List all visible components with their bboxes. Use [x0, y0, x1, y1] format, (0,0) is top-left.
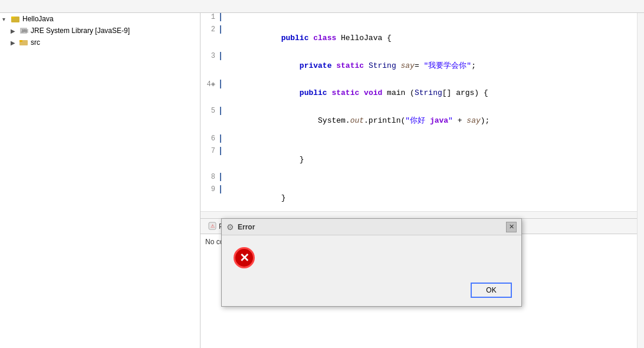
ok-button-label: OK [486, 286, 496, 294]
problems-icon: ⚠ [208, 222, 216, 231]
jre-icon: JRE [19, 26, 28, 35]
project-label: HelloJava [22, 15, 54, 23]
code-line-3: 3 private static String say= "我要学会你"; [201, 51, 637, 80]
dialog-title-left: ⚙ Error [226, 222, 255, 232]
line-content-4: public static void main (String[] args) … [226, 80, 637, 106]
dialog-close-icon: ✕ [509, 223, 514, 231]
ok-button[interactable]: OK [471, 283, 512, 298]
v-scrollbar[interactable] [637, 13, 644, 348]
code-line-5: 5 System.out.println("你好 java" + say); [201, 106, 637, 134]
line-num-2: 2 [201, 25, 221, 34]
sidebar: ▾ HelloJava ▶ JRE JRE System Library [Ja… [0, 13, 201, 348]
src-arrow-icon: ▶ [11, 40, 18, 46]
line-num-6: 6 [201, 134, 221, 143]
svg-text:⚠: ⚠ [211, 224, 215, 229]
dialog-title-bar: ⚙ Error ✕ [222, 219, 521, 235]
code-line-8: 8 [201, 173, 637, 185]
dialog-body: ✕ [222, 235, 521, 278]
code-lines: 1 2 public class HelloJava { 3 private s… [201, 13, 637, 211]
dialog-title-text: Error [238, 223, 255, 231]
code-line-6: 6 [201, 134, 637, 146]
code-line-9: 9 } [201, 185, 637, 211]
line-content-2: public class HelloJava { [226, 25, 637, 51]
top-bar [0, 0, 644, 13]
line-num-7: 7 [201, 147, 221, 155]
src-icon [19, 38, 28, 47]
dialog-footer: OK [222, 278, 521, 305]
sidebar-item-src[interactable]: ▶ src [0, 37, 200, 48]
code-line-7: 7 } [201, 146, 637, 173]
src-label: src [31, 38, 40, 47]
dialog-gear-icon: ⚙ [226, 222, 234, 232]
h-scrollbar[interactable] [201, 211, 637, 218]
line-num-3: 3 [201, 52, 221, 60]
line-content-3: private static String say= "我要学会你"; [226, 51, 637, 80]
dialog-message-text [264, 247, 510, 249]
code-line-1: 1 [201, 13, 637, 25]
error-circle-icon: ✕ [234, 247, 255, 268]
line-content-7: } [226, 146, 637, 173]
svg-rect-1 [11, 17, 15, 18]
line-content-5: System.out.println("你好 java" + say); [226, 106, 637, 134]
error-dialog[interactable]: ⚙ Error ✕ ✕ OK [221, 218, 522, 307]
line-num-9: 9 [201, 185, 221, 193]
line-num-5: 5 [201, 107, 221, 115]
jre-arrow-icon: ▶ [11, 28, 18, 34]
sidebar-item-jre[interactable]: ▶ JRE JRE System Library [JavaSE-9] [0, 25, 200, 37]
sidebar-item-hellojava[interactable]: ▾ HelloJava [0, 13, 200, 25]
project-icon [11, 14, 20, 24]
arrow-icon: ▾ [2, 16, 9, 22]
line-num-1: 1 [201, 13, 221, 21]
jre-label: JRE System Library [JavaSE-9] [31, 27, 130, 35]
code-line-4: 4◈ public static void main (String[] arg… [201, 80, 637, 106]
code-editor[interactable]: 1 2 public class HelloJava { 3 private s… [201, 13, 637, 211]
line-content-9: } [226, 185, 637, 211]
dialog-close-button[interactable]: ✕ [506, 222, 517, 232]
svg-rect-5 [19, 40, 22, 42]
svg-text:JRE: JRE [21, 29, 28, 33]
line-num-8: 8 [201, 173, 221, 181]
line-num-4: 4◈ [201, 80, 221, 88]
code-line-2: 2 public class HelloJava { [201, 25, 637, 51]
